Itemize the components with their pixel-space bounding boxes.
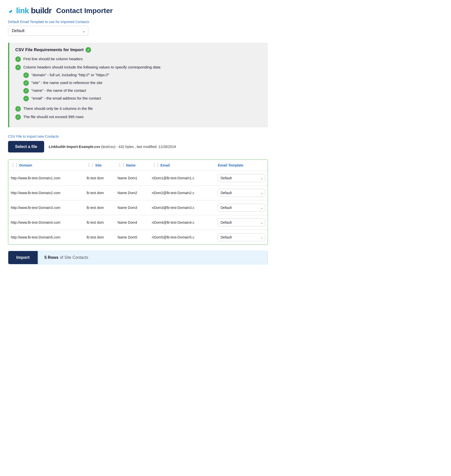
row-template-select-5[interactable]: Default — [218, 233, 265, 241]
cell-name-3: Name Dom3 — [115, 200, 149, 215]
table-row: http://www.lb-test-Domain2.com lb test d… — [8, 186, 268, 200]
table-row: http://www.lb-test-Domain3.com lb test d… — [8, 200, 268, 215]
file-size: 432 bytes — [119, 145, 134, 149]
import-bar: Import 5 Rows of Site Contacts — [8, 251, 268, 264]
file-separator-1: - — [116, 145, 119, 149]
req-item-1: ✓ First line should be column headers — [15, 56, 262, 62]
req-sub-list: ✓ "domain" - full url, including "http:/… — [15, 72, 109, 103]
row-template-select-wrapper-1: Default ⌄ — [218, 174, 265, 182]
cell-name-2: Name Dom2 — [115, 186, 149, 200]
table-header: ⋮⋮ Domain ⋮⋮ Site ⋮⋮ Name — [8, 160, 268, 171]
cell-email-3: nDom3@lb-test-Domain3.c — [149, 200, 215, 215]
requirements-title-text: CSV File Requirements for Import — [15, 47, 84, 52]
header: link buildr Contact Importer — [8, 6, 268, 15]
contacts-table-wrapper: ⋮⋮ Domain ⋮⋮ Site ⋮⋮ Name — [8, 160, 268, 245]
req-sub-item-4-text: "email" - the email address for the cont… — [31, 96, 101, 101]
row-template-select-1[interactable]: Default — [218, 174, 265, 182]
table-row: http://www.lb-test-Domain4.com lb test d… — [8, 215, 268, 230]
cell-site-5: lb test dom — [84, 230, 115, 245]
row-template-select-2[interactable]: Default — [218, 189, 265, 197]
check-icon-3: ✓ — [15, 106, 21, 112]
row-template-select-wrapper-2: Default ⌄ — [218, 189, 265, 197]
cell-domain-1: http://www.lb-test-Domain1.com — [8, 171, 84, 186]
email-template-label: Default Email Template to use for import… — [8, 20, 268, 24]
requirements-title: CSV File Requirements for Import ✓ — [15, 47, 262, 53]
cell-site-1: lb test dom — [84, 171, 115, 186]
col-label-site: Site — [95, 163, 102, 167]
file-info: Linkbuildr-Import-Example.csv (text/csv)… — [49, 145, 176, 149]
req-sub-item-3: ✓ "name" - the name of the contact — [23, 88, 109, 94]
cell-name-5: Name Dom5 — [115, 230, 149, 245]
check-icon-sub-3: ✓ — [23, 88, 29, 94]
table-row: http://www.lb-test-Domain1.com lb test d… — [8, 171, 268, 186]
cell-site-3: lb test dom — [84, 200, 115, 215]
check-icon-sub-4: ✓ — [23, 96, 29, 101]
table-body: http://www.lb-test-Domain1.com lb test d… — [8, 171, 268, 245]
import-button[interactable]: Import — [8, 251, 38, 264]
file-row: Select a file Linkbuildr-Import-Example.… — [8, 141, 268, 152]
col-label-name: Name — [126, 163, 136, 167]
logo: link buildr — [8, 6, 52, 15]
contacts-table: ⋮⋮ Domain ⋮⋮ Site ⋮⋮ Name — [8, 160, 268, 245]
drag-dots-domain: ⋮⋮ — [11, 163, 18, 168]
req-item-1-text: First line should be column headers — [23, 56, 83, 61]
file-type: (text/csv) — [101, 145, 115, 149]
col-label-email: Email — [161, 163, 170, 167]
cell-email-4: nDom4@lb-test-Domain4.c — [149, 215, 215, 230]
import-row-count: 5 Rows — [44, 255, 58, 260]
req-sub-item-2-text: "site" - the name used to reference the … — [31, 80, 102, 85]
req-sub-item-4: ✓ "email" - the email address for the co… — [23, 96, 109, 101]
row-template-select-wrapper-4: Default ⌄ — [218, 218, 265, 226]
table-header-row: ⋮⋮ Domain ⋮⋮ Site ⋮⋮ Name — [8, 160, 268, 171]
select-file-button[interactable]: Select a file — [8, 141, 44, 152]
row-template-select-wrapper-3: Default ⌄ — [218, 204, 265, 212]
file-separator-2: , last modified: — [135, 145, 158, 149]
cell-site-2: lb test dom — [84, 186, 115, 200]
col-label-domain: Domain — [19, 163, 32, 167]
requirements-box: CSV File Requirements for Import ✓ ✓ Fir… — [8, 43, 268, 127]
cell-site-4: lb test dom — [84, 215, 115, 230]
req-sub-item-2: ✓ "site" - the name used to reference th… — [23, 80, 109, 86]
cell-domain-3: http://www.lb-test-Domain3.com — [8, 200, 84, 215]
drag-dots-site: ⋮⋮ — [87, 163, 94, 168]
check-icon-4: ✓ — [15, 114, 21, 120]
import-info: 5 Rows of Site Contacts — [38, 251, 94, 264]
email-template-select-wrapper: Default Template 1 Template 2 ⌄ — [8, 26, 88, 36]
drag-dots-email: ⋮⋮ — [152, 163, 159, 168]
cell-email-2: nDom2@lb-test-Domain2.c — [149, 186, 215, 200]
req-item-3-text: There should only be 4 columns in the fi… — [23, 106, 93, 111]
req-item-2: ✓ Column headers should include the foll… — [15, 64, 262, 103]
cell-template-3: Default ⌄ — [215, 200, 268, 215]
cell-email-1: nDom1@lb-test-Domain1.c — [149, 171, 215, 186]
page-title: Contact Importer — [56, 7, 113, 15]
cell-domain-5: http://www.lb-test-Domain5.com — [8, 230, 84, 245]
drag-dots-name: ⋮⋮ — [118, 163, 125, 168]
col-label-email-template: Email Template — [218, 163, 243, 167]
cell-name-1: Name Dom1 — [115, 171, 149, 186]
col-header-email-template: Email Template — [215, 160, 268, 171]
bird-icon — [8, 9, 14, 14]
row-template-select-4[interactable]: Default — [218, 218, 265, 226]
req-item-4: ✓ The file should not exceed 995 rows — [15, 114, 262, 120]
table-row: http://www.lb-test-Domain5.com lb test d… — [8, 230, 268, 245]
cell-template-4: Default ⌄ — [215, 215, 268, 230]
check-icon-2: ✓ — [15, 65, 21, 70]
req-item-4-text: The file should not exceed 995 rows — [23, 114, 84, 119]
cell-template-2: Default ⌄ — [215, 186, 268, 200]
cell-template-1: Default ⌄ — [215, 171, 268, 186]
file-name: Linkbuildr-Import-Example.csv — [49, 145, 100, 149]
requirements-check-icon: ✓ — [86, 47, 91, 53]
email-template-select[interactable]: Default Template 1 Template 2 — [8, 26, 88, 36]
cell-name-4: Name Dom4 — [115, 215, 149, 230]
req-sub-item-1: ✓ "domain" - full url, including "http:/… — [23, 72, 109, 78]
cell-template-5: Default ⌄ — [215, 230, 268, 245]
col-header-site: ⋮⋮ Site — [84, 160, 115, 171]
req-item-3: ✓ There should only be 4 columns in the … — [15, 106, 262, 112]
csv-file-label: CSV File to import new Contacts — [8, 134, 268, 138]
cell-email-5: nDom5@lb-test-Domain5.c — [149, 230, 215, 245]
cell-domain-2: http://www.lb-test-Domain2.com — [8, 186, 84, 200]
file-modified: 11/26/2019 — [158, 145, 176, 149]
req-item-2-text: Column headers should include the follow… — [23, 64, 161, 70]
row-template-select-3[interactable]: Default — [218, 204, 265, 212]
col-header-name: ⋮⋮ Name — [115, 160, 149, 171]
